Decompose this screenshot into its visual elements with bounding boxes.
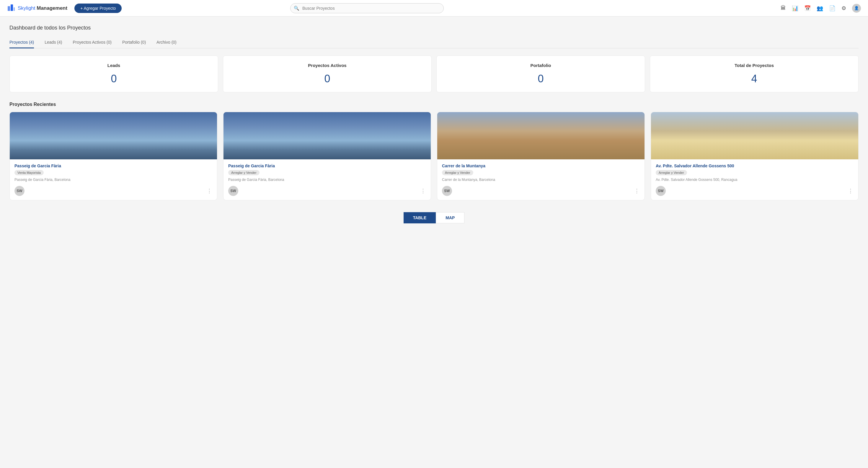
logo-icon	[7, 3, 16, 13]
page-title: Dashboard de todos los Proyectos	[9, 25, 859, 31]
tab-proyectos-(4)[interactable]: Proyectos (4)	[9, 37, 34, 48]
project-avatar: SW	[442, 186, 452, 196]
card-body: Carrer de la Muntanya Arreglar y Vender …	[437, 159, 645, 200]
project-avatar: SW	[228, 186, 238, 196]
project-title[interactable]: Passeig de Garcia Fària	[228, 164, 426, 168]
project-address: Passeig de Garcia Fària, Barcelona	[14, 178, 212, 182]
project-card: Passeig de Garcia Fària Arreglar y Vende…	[223, 112, 431, 200]
project-title[interactable]: Carrer de la Muntanya	[442, 164, 640, 168]
stat-value: 0	[17, 73, 211, 85]
card-footer: SW ⋮	[656, 186, 854, 196]
view-toggle: TABLE MAP	[9, 212, 859, 223]
stat-card-portafolio: Portafolio 0	[436, 56, 645, 92]
people-icon[interactable]: 👥	[817, 5, 823, 11]
tab-portafolio-(0)[interactable]: Portafolio (0)	[122, 37, 146, 48]
add-project-button[interactable]: + Agregar Proyecto	[74, 4, 122, 13]
svg-rect-2	[13, 7, 15, 11]
project-image	[651, 112, 858, 159]
project-card: Av. Pdte. Salvador Allende Gossens 500 A…	[651, 112, 859, 200]
stat-label: Total de Proyectos	[657, 63, 851, 68]
stat-card-leads: Leads 0	[9, 56, 218, 92]
stat-value: 0	[230, 73, 424, 85]
recent-section-title: Proyectos Recientes	[9, 102, 859, 107]
project-card: Passeig de Garcia Fària Venta Mayorista …	[9, 112, 217, 200]
main-content: Dashboard de todos los Proyectos Proyect…	[0, 16, 868, 232]
svg-rect-1	[11, 4, 13, 11]
project-badge: Venta Mayorista	[14, 170, 44, 175]
tab-leads-(4)[interactable]: Leads (4)	[44, 37, 62, 48]
project-avatar: SW	[656, 186, 666, 196]
chart-icon[interactable]: 📊	[792, 5, 798, 11]
calendar-icon[interactable]: 📅	[804, 5, 811, 11]
project-cards: Passeig de Garcia Fària Venta Mayorista …	[9, 112, 859, 200]
stat-card-proyectos-activos: Proyectos Activos 0	[223, 56, 432, 92]
stat-label: Leads	[17, 63, 211, 68]
project-image	[437, 112, 645, 159]
logo-text: Skylight Management	[18, 5, 67, 11]
stat-value: 4	[657, 73, 851, 85]
project-badge: Arreglar y Vender	[442, 170, 473, 175]
more-options-button[interactable]: ⋮	[634, 188, 640, 194]
project-badge: Arreglar y Vender	[228, 170, 259, 175]
project-address: Av. Pdte. Salvador Allende Gossens 500, …	[656, 178, 854, 182]
more-options-button[interactable]: ⋮	[207, 188, 212, 194]
settings-icon[interactable]: ⚙	[841, 5, 846, 11]
card-body: Passeig de Garcia Fària Venta Mayorista …	[10, 159, 217, 200]
search-icon: 🔍	[294, 6, 299, 11]
header-icons: 🏛 📊 📅 👥 📄 ⚙ 👤	[781, 4, 861, 13]
card-body: Av. Pdte. Salvador Allende Gossens 500 A…	[651, 159, 858, 200]
table-view-button[interactable]: TABLE	[404, 212, 436, 223]
stat-card-total-de-proyectos: Total de Proyectos 4	[650, 56, 859, 92]
document-icon[interactable]: 📄	[829, 5, 836, 11]
more-options-button[interactable]: ⋮	[421, 188, 426, 194]
card-footer: SW ⋮	[228, 186, 426, 196]
svg-rect-0	[8, 6, 10, 11]
card-body: Passeig de Garcia Fària Arreglar y Vende…	[223, 159, 431, 200]
more-options-button[interactable]: ⋮	[848, 188, 854, 194]
project-image	[10, 112, 217, 159]
map-view-button[interactable]: MAP	[436, 212, 464, 223]
card-footer: SW ⋮	[14, 186, 212, 196]
project-title[interactable]: Passeig de Garcia Fària	[14, 164, 212, 168]
project-address: Passeig de Garcia Fària, Barcelona	[228, 178, 426, 182]
stat-value: 0	[444, 73, 638, 85]
project-card: Carrer de la Muntanya Arreglar y Vender …	[437, 112, 645, 200]
stat-label: Proyectos Activos	[230, 63, 424, 68]
stat-label: Portafolio	[444, 63, 638, 68]
search-bar: 🔍	[290, 3, 444, 13]
tab-proyectos-activos-(0)[interactable]: Proyectos Activos (0)	[73, 37, 112, 48]
project-avatar: SW	[14, 186, 25, 196]
search-input[interactable]	[290, 3, 444, 13]
building-icon[interactable]: 🏛	[781, 5, 786, 11]
main-header: Skylight Management + Agregar Proyecto 🔍…	[0, 0, 868, 16]
project-title[interactable]: Av. Pdte. Salvador Allende Gossens 500	[656, 164, 854, 168]
stat-cards: Leads 0 Proyectos Activos 0 Portafolio 0…	[9, 56, 859, 92]
card-footer: SW ⋮	[442, 186, 640, 196]
project-address: Carrer de la Muntanya, Barcelona	[442, 178, 640, 182]
tabs-bar: Proyectos (4)Leads (4)Proyectos Activos …	[9, 37, 859, 48]
logo: Skylight Management	[7, 3, 67, 13]
project-image	[223, 112, 431, 159]
project-badge: Arreglar y Vender	[656, 170, 687, 175]
tab-archivo-(0)[interactable]: Archivo (0)	[156, 37, 177, 48]
user-avatar[interactable]: 👤	[852, 4, 861, 13]
